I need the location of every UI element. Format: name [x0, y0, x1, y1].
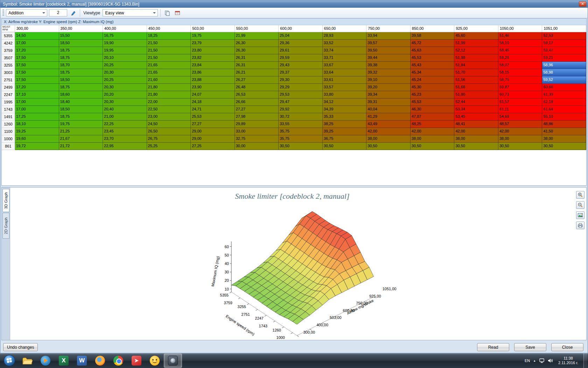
table-cell[interactable]: 26,31: [235, 62, 279, 69]
column-header[interactable]: 650,00: [323, 25, 367, 32]
table-cell[interactable]: 59,21: [542, 54, 586, 62]
table-cell[interactable]: 27,27: [235, 106, 279, 113]
table-cell[interactable]: 23,80: [191, 47, 235, 54]
table-cell[interactable]: 21,80: [147, 91, 191, 98]
table-cell[interactable]: 51,68: [454, 84, 498, 91]
table-cell[interactable]: 29,00: [191, 135, 235, 143]
table-cell[interactable]: 58,10: [498, 40, 542, 47]
table-cell[interactable]: 20,40: [103, 106, 147, 113]
table-cell[interactable]: 58,07: [498, 62, 542, 69]
table-cell[interactable]: 17,00: [15, 40, 59, 47]
table-cell[interactable]: 30,00: [235, 143, 279, 150]
table-cell[interactable]: 51,98: [454, 54, 498, 62]
table-cell[interactable]: 38,00: [498, 135, 542, 143]
table-cell[interactable]: 46,30: [411, 106, 455, 113]
table-cell[interactable]: 34,39: [323, 106, 367, 113]
column-header[interactable]: 350,00: [59, 25, 103, 32]
table-cell[interactable]: 58,45: [498, 47, 542, 54]
table-cell[interactable]: 38,00: [454, 135, 498, 143]
table-cell[interactable]: 45,23: [411, 91, 455, 98]
table-cell[interactable]: 45,60: [454, 32, 498, 40]
undo-changes-button[interactable]: Undo changes: [3, 343, 38, 351]
table-cell[interactable]: 39,10: [366, 76, 411, 84]
table-cell[interactable]: 17,20: [15, 47, 59, 54]
table-cell[interactable]: 18,75: [59, 113, 103, 121]
table-cell[interactable]: 19,72: [15, 143, 59, 150]
table-cell[interactable]: 29,37: [279, 69, 323, 76]
table-cell[interactable]: 33,67: [323, 62, 367, 69]
table-cell[interactable]: 29,30: [279, 76, 323, 84]
row-header[interactable]: 5355: [2, 32, 15, 40]
table-cell[interactable]: 20,10: [103, 54, 147, 62]
taskbar-firefox-button[interactable]: [91, 354, 109, 368]
taskbar-media-player-button[interactable]: [36, 354, 55, 368]
table-cell[interactable]: 51,99: [454, 40, 498, 47]
table-cell[interactable]: 29,47: [279, 98, 323, 106]
column-header[interactable]: 1051,00: [542, 25, 586, 32]
table-cell[interactable]: 52,53: [542, 32, 586, 40]
table-cell[interactable]: 17,50: [15, 69, 59, 76]
table-cell[interactable]: 29,89: [235, 121, 279, 128]
table-cell[interactable]: 18,75: [59, 69, 103, 76]
table-cell[interactable]: 53,34: [454, 106, 498, 113]
table-cell[interactable]: 35,75: [279, 128, 323, 135]
table-cell[interactable]: 26,66: [235, 98, 279, 106]
table-cell[interactable]: 30,50: [366, 143, 411, 150]
table-cell[interactable]: 19,90: [103, 40, 147, 47]
table-cell[interactable]: 24,71: [191, 106, 235, 113]
table-cell[interactable]: 52,12: [454, 47, 498, 54]
table-cell[interactable]: 33,94: [366, 32, 411, 40]
table-cell[interactable]: 45,30: [411, 84, 455, 91]
taskbar-explorer-button[interactable]: [18, 354, 36, 368]
row-header[interactable]: 861: [2, 143, 15, 150]
taskbar-red-app-button[interactable]: ➤: [127, 354, 146, 368]
table-cell[interactable]: 17,50: [15, 62, 59, 69]
zoom-in-button[interactable]: [576, 191, 584, 199]
table-cell[interactable]: 20,20: [103, 91, 147, 98]
network-icon[interactable]: [539, 358, 545, 363]
table-cell[interactable]: 42,00: [411, 128, 455, 135]
table-cell[interactable]: 58,98: [542, 69, 586, 76]
table-cell[interactable]: 23,90: [191, 84, 235, 91]
table-cell[interactable]: 53,45: [454, 113, 498, 121]
table-cell[interactable]: 20,25: [103, 76, 147, 84]
table-cell[interactable]: 23,79: [191, 40, 235, 47]
table-cell[interactable]: 42,00: [498, 128, 542, 135]
table-cell[interactable]: 18,75: [59, 54, 103, 62]
table-cell[interactable]: 59,47: [542, 47, 586, 54]
table-cell[interactable]: 26,75: [147, 135, 191, 143]
table-cell[interactable]: 23,45: [103, 128, 147, 135]
table-cell[interactable]: 40,04: [366, 106, 411, 113]
table-cell[interactable]: 30,50: [498, 143, 542, 150]
table-cell[interactable]: 17,50: [15, 76, 59, 84]
row-header[interactable]: 1260: [2, 121, 15, 128]
table-cell[interactable]: 39,58: [411, 32, 455, 40]
table-cell[interactable]: 22,00: [147, 98, 191, 106]
table-cell[interactable]: 58,15: [498, 69, 542, 76]
table-cell[interactable]: 29,53: [279, 91, 323, 98]
table-cell[interactable]: 26,53: [235, 91, 279, 98]
table-cell[interactable]: 17,00: [15, 106, 59, 113]
table-cell[interactable]: 42,00: [366, 128, 411, 135]
table-cell[interactable]: 35,33: [323, 113, 367, 121]
tab-3d-graph[interactable]: 3D Graph: [2, 189, 9, 212]
table-cell[interactable]: 25,53: [191, 113, 235, 121]
table-cell[interactable]: 22,50: [147, 106, 191, 113]
table-cell[interactable]: 21,72: [59, 143, 103, 150]
table-cell[interactable]: 45,53: [411, 54, 455, 62]
table-cell[interactable]: 20,25: [103, 62, 147, 69]
table-cell[interactable]: 23,00: [147, 113, 191, 121]
table-cell[interactable]: 21,25: [59, 128, 103, 135]
zoom-out-button[interactable]: [576, 201, 584, 209]
taskbar-word-button[interactable]: W: [73, 354, 91, 368]
function-select[interactable]: Addition: [6, 9, 47, 16]
table-cell[interactable]: 19,25: [15, 128, 59, 135]
table-cell[interactable]: 17,10: [15, 91, 59, 98]
table-cell[interactable]: 20,30: [103, 84, 147, 91]
row-header[interactable]: 1000: [2, 135, 15, 143]
row-header[interactable]: 3003: [2, 69, 15, 76]
table-cell[interactable]: 18,10: [15, 121, 59, 128]
row-header[interactable]: 1743: [2, 106, 15, 113]
table-cell[interactable]: 29,29: [279, 84, 323, 91]
language-indicator[interactable]: EN: [525, 359, 530, 363]
